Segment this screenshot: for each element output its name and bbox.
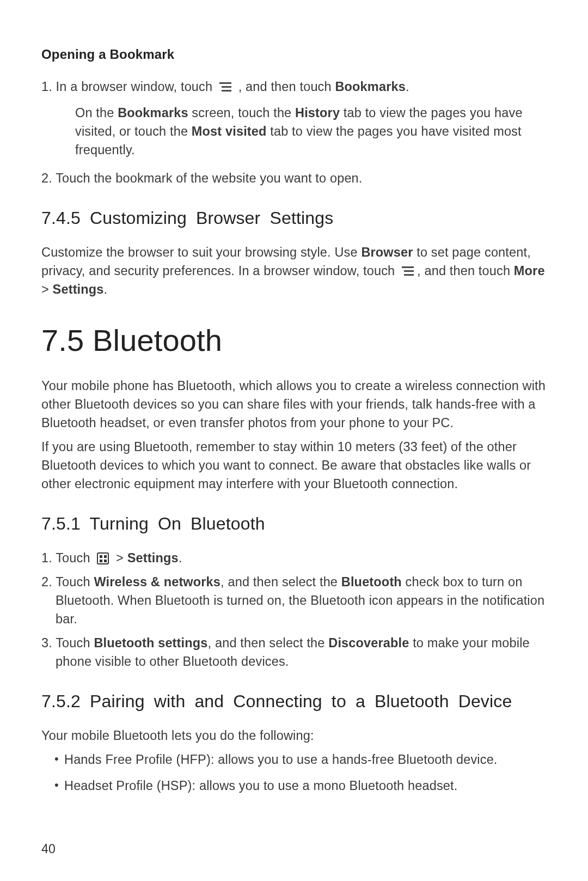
bold: Bluetooth: [341, 575, 402, 589]
text: 3. Touch: [41, 636, 94, 650]
bold: Browser: [361, 245, 413, 259]
bold: Bookmarks: [118, 106, 188, 120]
apps-grid-icon: [97, 552, 109, 564]
bold: Settings: [127, 551, 179, 565]
text: , and then touch: [238, 80, 335, 94]
menu-icon: [402, 266, 414, 276]
bold: Settings: [53, 282, 104, 296]
text: >: [41, 282, 53, 296]
text: Customize the browser to suit your brows…: [41, 245, 361, 259]
paragraph: Your mobile phone has Bluetooth, which a…: [41, 376, 547, 432]
text: 1. In a browser window, touch: [41, 80, 212, 94]
paragraph: Customize the browser to suit your brows…: [41, 243, 547, 299]
heading-7-5: 7.5 Bluetooth: [41, 318, 547, 363]
text: .: [179, 551, 182, 565]
bold: Discoverable: [328, 636, 409, 650]
text: >: [112, 551, 127, 565]
text: , and then touch: [417, 264, 514, 278]
opening-bookmark-steps: 1. In a browser window, touch , and then…: [41, 77, 547, 187]
text: On the: [75, 106, 118, 120]
bold: Bookmarks: [335, 80, 405, 94]
step-2: 2. Touch the bookmark of the website you…: [41, 169, 547, 187]
bluetooth-profiles-list: Hands Free Profile (HFP): allows you to …: [41, 750, 547, 795]
bold: More: [514, 264, 545, 278]
list-item: Hands Free Profile (HFP): allows you to …: [41, 750, 547, 769]
heading-7-5-2: 7.5.2 Pairing with and Connecting to a B…: [41, 688, 547, 714]
text: .: [406, 80, 409, 94]
step-3: 3. Touch Bluetooth settings, and then se…: [41, 634, 547, 671]
step-2: 2. Touch Wireless & networks, and then s…: [41, 573, 547, 628]
bold: Bluetooth settings: [94, 636, 207, 650]
bold: Wireless & networks: [94, 575, 220, 589]
text: 2. Touch: [41, 575, 94, 589]
text: .: [104, 282, 108, 296]
list-item: Headset Profile (HSP): allows you to use…: [41, 776, 547, 795]
heading-7-4-5: 7.4.5 Customizing Browser Settings: [41, 205, 547, 231]
paragraph: Your mobile Bluetooth lets you do the fo…: [41, 726, 547, 745]
step-1: 1. Touch > Settings.: [41, 549, 547, 567]
step-1: 1. In a browser window, touch , and then…: [41, 77, 547, 159]
page-number: 40: [41, 840, 547, 859]
turning-on-bluetooth-steps: 1. Touch > Settings. 2. Touch Wireless &…: [41, 549, 547, 671]
text: 1. Touch: [41, 551, 94, 565]
text: , and then select the: [208, 636, 329, 650]
heading-opening-a-bookmark: Opening a Bookmark: [41, 45, 547, 64]
text: , and then select the: [220, 575, 341, 589]
bold: History: [295, 106, 340, 120]
text: screen, touch the: [188, 106, 295, 120]
heading-7-5-1: 7.5.1 Turning On Bluetooth: [41, 511, 547, 537]
nested-note: On the Bookmarks screen, touch the Histo…: [75, 104, 547, 159]
bold: Most visited: [192, 124, 267, 138]
menu-icon: [219, 82, 231, 92]
paragraph: If you are using Bluetooth, remember to …: [41, 438, 547, 493]
